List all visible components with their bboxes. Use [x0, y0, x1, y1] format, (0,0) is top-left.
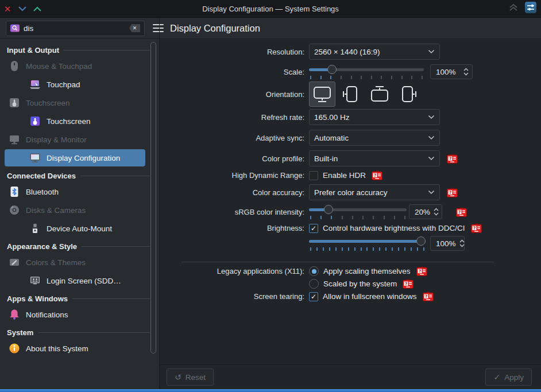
- hdr-row: High Dynamic Range: Enable HDR ?: [160, 170, 541, 180]
- colors-themes-icon: [8, 256, 21, 269]
- color-profile-dropdown[interactable]: Built-in: [309, 150, 440, 166]
- sidebar-item-display-monitor[interactable]: Display & Monitor: [5, 131, 145, 148]
- sidebar-item-disks-cameras[interactable]: Disks & Cameras: [5, 201, 145, 219]
- display-settings-form: Resolution: 2560 × 1440 (16:9) Scale: 10: [160, 39, 541, 301]
- resolution-dropdown[interactable]: 2560 × 1440 (16:9): [309, 44, 440, 60]
- section-header-appearance-style: Appearance & Style: [0, 238, 159, 253]
- slider-tick: [351, 76, 352, 79]
- sidebar-item-device-auto-mount[interactable]: Device Auto-Mount: [5, 220, 145, 237]
- monitor-portrait-icon: [341, 84, 361, 104]
- legacy-apps-label: Legacy applications (X11):: [160, 267, 309, 275]
- scaled-by-system-radio[interactable]: [309, 279, 319, 289]
- enable-hdr-option-label: Enable HDR: [323, 171, 366, 180]
- sidebar-item-login-screen[interactable]: Login Screen (SDD…: [5, 272, 145, 289]
- sidebar-scrollbar[interactable]: [150, 42, 156, 354]
- legacy-apps-row-2: Scaled by the system ?: [160, 279, 541, 289]
- sidebar-item-touchscreen-group[interactable]: Touchscreen: [5, 94, 145, 111]
- spin-arrows[interactable]: [458, 239, 468, 247]
- orientation-label: Orientation:: [160, 90, 309, 99]
- slider-tick: [342, 216, 343, 219]
- color-accuracy-dropdown[interactable]: Prefer color accuracy: [309, 184, 440, 200]
- form-separator: [181, 262, 494, 262]
- help-badge-icon: ?: [471, 223, 482, 233]
- enable-hdr-checkbox[interactable]: [309, 171, 318, 180]
- slider-tick: [331, 216, 332, 219]
- reset-button[interactable]: ↺ Reset: [167, 368, 214, 386]
- orientation-portrait-flipped-button[interactable]: [395, 81, 422, 107]
- section-header-apps-windows: Apps & Windows: [0, 290, 159, 305]
- slider-tick: [371, 76, 372, 79]
- svg-text:?: ?: [458, 209, 461, 214]
- scale-slider[interactable]: [309, 64, 424, 80]
- scale-spinbox[interactable]: 100%: [430, 64, 473, 79]
- search-input[interactable]: dis ✕: [6, 21, 145, 36]
- srgb-intensity-row: sRGB color intensity: 20%: [160, 204, 541, 220]
- bluetooth-icon: [8, 185, 21, 198]
- adaptive-sync-dropdown[interactable]: Automatic: [309, 130, 440, 146]
- slider-tick: [398, 247, 399, 251]
- sidebar-item-colors-themes[interactable]: Colors & Themes: [5, 254, 145, 271]
- resolution-row: Resolution: 2560 × 1440 (16:9): [160, 44, 541, 60]
- slider-handle[interactable]: [327, 65, 337, 74]
- page-title: Display Configuration: [170, 18, 260, 38]
- info-icon: [8, 342, 21, 355]
- apply-scaling-themselves-radio[interactable]: [309, 266, 319, 276]
- refresh-rate-dropdown[interactable]: 165.00 Hz: [309, 109, 440, 125]
- brightness-slider[interactable]: [309, 235, 426, 251]
- apply-button[interactable]: ✓ Apply: [485, 368, 532, 386]
- slider-handle[interactable]: [324, 205, 333, 214]
- search-icon: [10, 24, 20, 33]
- chevron-down-icon: [428, 115, 435, 119]
- allow-tearing-checkbox[interactable]: [309, 292, 318, 301]
- color-profile-label: Color profile:: [160, 154, 309, 163]
- sidebar-item-touchpad[interactable]: Touchpad: [5, 76, 145, 93]
- svg-text:?: ?: [449, 156, 451, 161]
- slider-tick: [310, 216, 311, 219]
- ddc-brightness-checkbox[interactable]: [309, 224, 318, 233]
- check-icon: ✓: [493, 373, 500, 381]
- srgb-intensity-spinbox[interactable]: 20%: [409, 204, 442, 219]
- system-settings-window: Display Configuration — System Settings …: [0, 0, 541, 389]
- slider-tick: [352, 216, 353, 219]
- slider-tick: [392, 247, 393, 251]
- slider-tick: [320, 76, 322, 79]
- slider-tick: [320, 216, 322, 219]
- clear-search-button[interactable]: ✕: [129, 24, 140, 32]
- ddc-brightness-option-label: Control hardware brightness with DDC/CI: [323, 224, 465, 232]
- desktop: Display Configuration — System Settings …: [0, 0, 541, 392]
- sidebar-item-notifications[interactable]: Notifications: [5, 306, 145, 323]
- spin-arrows[interactable]: [462, 68, 472, 76]
- allow-tearing-option-label: Allow in fullscreen windows: [323, 292, 417, 301]
- sidebar-item-about-this-system[interactable]: About this System: [5, 340, 145, 357]
- slider-tick: [323, 247, 324, 251]
- sidebar-item-touchscreen[interactable]: Touchscreen: [5, 112, 145, 130]
- orientation-landscape-flipped-button[interactable]: [366, 81, 393, 107]
- svg-text:?: ?: [473, 226, 476, 231]
- color-profile-row: Color profile: Built-in ?: [160, 150, 541, 166]
- slider-tick: [366, 247, 368, 251]
- slider-tick: [316, 247, 318, 251]
- help-badge-icon: ?: [456, 207, 467, 217]
- sidebar-item-bluetooth[interactable]: Bluetooth: [5, 183, 145, 200]
- sidebar-item-mouse-touchpad[interactable]: Mouse & Touchpad: [5, 57, 145, 75]
- notifications-bell-icon: [8, 308, 21, 321]
- refresh-rate-row: Refresh rate: 165.00 Hz: [160, 109, 541, 125]
- search-value: dis: [24, 24, 125, 33]
- display-configuration-icon: [29, 152, 41, 164]
- hamburger-menu-button[interactable]: [150, 21, 166, 36]
- brightness-spinbox[interactable]: 100%: [430, 236, 465, 251]
- slider-tick: [342, 247, 343, 251]
- sidebar-item-display-configuration[interactable]: Display Configuration: [5, 149, 145, 166]
- adaptive-sync-label: Adaptive sync:: [160, 134, 309, 142]
- app-menu-button[interactable]: [525, 2, 536, 15]
- help-badge-icon: ?: [447, 188, 458, 197]
- orientation-landscape-button[interactable]: [309, 81, 335, 107]
- orientation-portrait-button[interactable]: [338, 81, 364, 107]
- spin-arrows[interactable]: [432, 208, 442, 216]
- chevron-down-icon: [459, 244, 465, 247]
- main-panel: Resolution: 2560 × 1440 (16:9) Scale: 10: [160, 39, 541, 389]
- srgb-intensity-slider[interactable]: [309, 204, 407, 220]
- keep-above-button[interactable]: [509, 3, 518, 14]
- section-header-input-output: Input & Output: [0, 39, 159, 56]
- slider-handle[interactable]: [416, 236, 426, 246]
